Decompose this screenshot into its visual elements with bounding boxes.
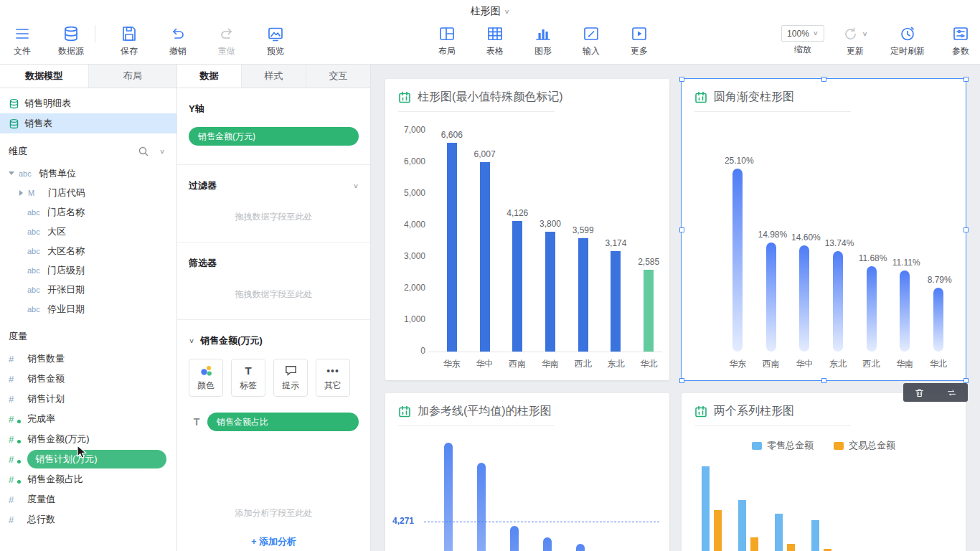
zoom-select[interactable]: 100%∨: [781, 25, 824, 42]
menu-icon: [13, 24, 32, 43]
document-title-text: 柱形图: [470, 5, 500, 17]
resize-handle[interactable]: [679, 227, 684, 232]
measure-item[interactable]: #销售金额: [0, 369, 176, 389]
measure-item[interactable]: #销售计划(万元): [0, 449, 176, 469]
add-analysis-link[interactable]: + 添加分析: [189, 535, 359, 548]
number-field-icon: #: [9, 374, 27, 385]
settings-panel: 数据 样式 交互 Y轴 销售金额(万元) 过滤器 ∨ 拖拽数据字段至此处 筛选器…: [177, 65, 371, 551]
measure-item[interactable]: #总行数: [0, 509, 176, 529]
dimension-item-label: 门店级别: [47, 264, 85, 277]
resize-handle[interactable]: [963, 378, 969, 383]
dimension-item[interactable]: abc门店名称: [0, 202, 176, 222]
legend-label: 零售总金额: [767, 439, 814, 452]
measure-item[interactable]: #完成率: [0, 409, 176, 429]
document-title[interactable]: 柱形图∨: [0, 5, 980, 18]
bar: [543, 537, 552, 551]
undo-icon: [169, 24, 187, 43]
resize-handle[interactable]: [963, 77, 969, 82]
label-tool-button[interactable]: T 标签: [231, 359, 265, 397]
tooltip-tool-button[interactable]: 提示: [273, 359, 308, 397]
ytick: 6,000: [385, 156, 425, 166]
resize-handle[interactable]: [679, 378, 684, 383]
bar: [702, 466, 710, 551]
switch-icon[interactable]: [946, 387, 957, 398]
tab-layout[interactable]: 布局: [89, 65, 177, 88]
vlabel: 8.79%: [918, 275, 961, 285]
card-header: 加参考线(平均值)的柱形图: [385, 393, 669, 425]
resize-handle[interactable]: [821, 378, 826, 383]
more-button[interactable]: 更多: [623, 24, 656, 57]
card-action-bar: [903, 383, 968, 402]
dimension-item[interactable]: abc大区: [0, 222, 176, 241]
dimension-item-label: 停业日期: [47, 303, 85, 316]
table-button[interactable]: 表格: [479, 24, 512, 57]
preview-button[interactable]: 预览: [259, 24, 292, 57]
chart-button[interactable]: 图形: [527, 24, 560, 57]
resize-handle[interactable]: [963, 227, 969, 232]
layout-button[interactable]: 布局: [430, 24, 463, 57]
number-field-icon: #: [9, 394, 27, 405]
resize-handle[interactable]: [679, 77, 684, 82]
xlabel: 华南: [888, 358, 921, 370]
chart-card-min-color-bar[interactable]: 柱形图(最小值特殊颜色标记) 01,0002,0003,0004,0005,00…: [385, 79, 669, 380]
search-icon[interactable]: [138, 146, 149, 157]
trash-icon[interactable]: [914, 387, 925, 398]
params-button[interactable]: 参数: [941, 24, 980, 57]
input-button[interactable]: 输入: [575, 24, 608, 57]
chart-card-rounded-gradient-bar[interactable]: 圆角渐变柱形图 25.10%华东14.98%西南14.60%华中13.74%东北…: [682, 79, 966, 380]
table-item[interactable]: 销售明细表: [0, 93, 176, 113]
measure-item[interactable]: #销售数量: [0, 349, 176, 369]
toolbar-right-group: 100%∨ 缩放 ∨ 更新 定时刷新 参数: [781, 24, 980, 57]
dimension-item[interactable]: abc销售单位: [0, 164, 176, 183]
dimension-item[interactable]: abc开张日期: [0, 280, 176, 299]
dimension-item[interactable]: M门店代码: [0, 183, 176, 202]
analysis-section: 添加分析字段至此处 + 添加分析: [177, 450, 370, 548]
file-button[interactable]: 文件: [6, 24, 39, 57]
legend-item[interactable]: 零售总金额: [752, 439, 814, 452]
text-icon: T: [189, 416, 204, 428]
vlabel: 11.11%: [885, 258, 928, 268]
xlabel: 华中: [468, 358, 501, 370]
dimension-item[interactable]: abc门店级别: [0, 260, 176, 280]
card-header: 圆角渐变柱形图: [682, 79, 966, 111]
measure-item[interactable]: #销售计划: [0, 389, 176, 409]
tab-style[interactable]: 样式: [242, 65, 306, 88]
measure-item[interactable]: #销售金额占比: [0, 469, 176, 489]
save-button[interactable]: 保存: [113, 24, 146, 57]
collapse-chevron-icon[interactable]: ∨: [189, 337, 194, 344]
tab-interaction[interactable]: 交互: [306, 65, 370, 88]
dashboard-canvas[interactable]: 柱形图(最小值特殊颜色标记) 01,0002,0003,0004,0005,00…: [371, 65, 980, 551]
timed-refresh-button[interactable]: 定时刷新: [885, 24, 930, 57]
label-field-pill[interactable]: 销售金额占比: [207, 413, 359, 431]
measure-item[interactable]: #度量值: [0, 489, 176, 509]
filter-dropzone[interactable]: 拖拽数据字段至此处: [189, 192, 359, 223]
tab-data-model[interactable]: 数据模型: [0, 65, 89, 88]
analysis-dropzone[interactable]: 添加分析字段至此处: [189, 507, 359, 519]
update-button[interactable]: ∨ 更新: [837, 24, 874, 57]
measure-item-label: 度量值: [27, 493, 55, 506]
other-tool-button[interactable]: ••• 其它: [316, 359, 350, 397]
chart-card-two-series-bar[interactable]: 两个系列柱形图 零售总金额交易总金额: [682, 393, 966, 551]
number-field-icon: #: [9, 354, 27, 364]
collapse-chevron-icon[interactable]: ∨: [159, 148, 165, 155]
dimension-item[interactable]: abc大区名称: [0, 241, 176, 260]
chart-card-reference-line-bar[interactable]: 加参考线(平均值)的柱形图 4,271: [385, 393, 669, 551]
tab-data[interactable]: 数据: [177, 65, 242, 88]
datasource-button[interactable]: 数据源: [52, 24, 90, 57]
y-axis-field-pill[interactable]: 销售金额(万元): [189, 127, 359, 146]
expand-arrow-icon[interactable]: [9, 171, 14, 175]
xlabel: 华北: [632, 358, 665, 370]
selector-dropzone[interactable]: 拖拽数据字段至此处: [189, 270, 359, 301]
xlabel: 西南: [755, 358, 788, 370]
undo-button[interactable]: 撤销: [161, 24, 194, 57]
dimension-item[interactable]: abc停业日期: [0, 299, 176, 319]
resize-handle[interactable]: [821, 77, 826, 82]
redo-button[interactable]: 重做: [210, 24, 243, 57]
measure-item[interactable]: #销售金额(万元): [0, 429, 176, 449]
collapse-arrow-icon[interactable]: [19, 190, 24, 196]
chevron-down-icon[interactable]: ∨: [353, 182, 359, 189]
divider: [398, 425, 555, 426]
color-tool-button[interactable]: 颜色: [189, 359, 223, 397]
table-item[interactable]: 销售表: [0, 113, 176, 133]
legend-item[interactable]: 交易总金额: [834, 439, 895, 452]
